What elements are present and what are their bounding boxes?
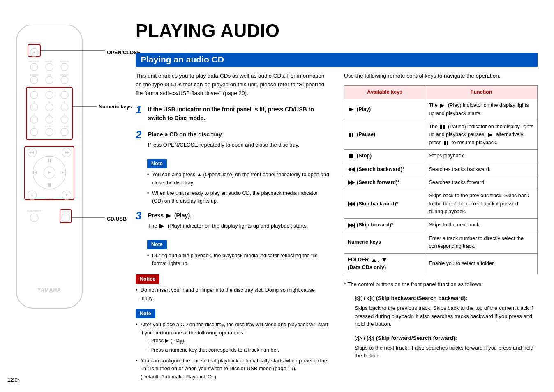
intro-text: This unit enables you to play data CDs a…	[136, 72, 329, 98]
svg-rect-0	[16, 25, 82, 308]
svg-rect-61	[48, 183, 51, 187]
svg-text:YAMAHA: YAMAHA	[37, 287, 61, 293]
svg-rect-81	[447, 141, 448, 145]
note-1-list: You can also press ▲ (Open/Close) on the…	[147, 171, 329, 205]
svg-marker-73	[349, 107, 353, 112]
page-number: 12En	[7, 376, 20, 383]
note-3-list: After you place a CD on the disc tray, t…	[136, 321, 329, 381]
svg-rect-60	[65, 171, 65, 174]
step-1-title: If the USB indicator on the front panel …	[148, 105, 329, 123]
svg-text:DISPLAY: DISPLAY	[60, 74, 69, 76]
svg-text:ENTER: ENTER	[45, 125, 54, 128]
page-title: PLAYING AUDIO	[136, 21, 538, 41]
table-row: (Skip forward)* Skips to the next track.	[344, 219, 538, 232]
footnote: * The control buttons on the front panel…	[344, 280, 538, 288]
label-cd-usb: CD/USB	[107, 216, 127, 222]
remote-diagram: OPEN/CLOSE PROGRAM REPEAT RANDOM DIMMER …	[12, 25, 136, 312]
notice-badge: Notice	[136, 274, 159, 284]
skip-forward-icon	[348, 223, 355, 228]
step-2: 2 Place a CD on the disc tray. Press OPE…	[136, 130, 329, 149]
table-row: (Pause) The (Pause) indicator on the dis…	[344, 120, 538, 150]
keys-table: Available keys Function (Play) The (Play…	[344, 85, 538, 274]
step-number-2: 2	[136, 129, 144, 140]
notice-list: Do not insert your hand or finger into t…	[136, 286, 329, 302]
search-backward-icon	[348, 167, 355, 172]
pause-icon	[439, 124, 446, 129]
table-row: (Play) The (Play) indicator on the displ…	[344, 99, 538, 120]
svg-rect-78	[443, 125, 445, 129]
step-3: 3 Press (Play). The (Play) indicator on …	[136, 211, 329, 230]
svg-rect-58	[33, 171, 34, 174]
step-3-sub: The (Play) indicator on the display ligh…	[148, 222, 329, 230]
notice-item: Do not insert your hand or finger into t…	[136, 286, 329, 302]
svg-rect-92	[354, 223, 355, 228]
svg-text:RANDOM: RANDOM	[60, 60, 69, 63]
svg-text:REPEAT: REPEAT	[45, 60, 53, 63]
svg-text:A-B: A-B	[48, 74, 51, 76]
search-backward-outline-icon	[367, 296, 374, 301]
svg-text:PURE DIRECT: PURE DIRECT	[27, 210, 41, 212]
step-number-3: 3	[136, 210, 144, 221]
table-header-keys: Available keys	[344, 85, 425, 99]
play-icon	[348, 107, 355, 112]
pause-icon	[443, 140, 450, 145]
svg-marker-93	[372, 258, 376, 262]
table-row: (Skip backward)* Skips back to the previ…	[344, 189, 538, 219]
table-row: (Search backward)* Searches tracks backw…	[344, 163, 538, 176]
skip-backward-outline-icon	[355, 296, 362, 301]
step-3-title: Press (Play).	[148, 211, 329, 220]
step-2-sub: Press OPEN/CLOSE repeatedly to open and …	[148, 141, 329, 149]
svg-marker-101	[358, 336, 362, 341]
play-icon	[165, 213, 173, 219]
svg-marker-90	[348, 223, 351, 228]
svg-marker-71	[166, 214, 171, 218]
svg-rect-77	[440, 125, 442, 129]
svg-marker-98	[367, 296, 371, 301]
note-3-item: You can configure the unit so that playb…	[136, 357, 329, 381]
step-2-title: Place a CD on the disc tray.	[148, 130, 329, 139]
note-2-list: During audio file playback, the playback…	[147, 252, 329, 268]
svg-rect-75	[349, 133, 351, 137]
svg-text:FOLDER: FOLDER	[45, 197, 54, 200]
svg-marker-83	[348, 167, 351, 172]
folder-down-icon	[381, 257, 388, 263]
remote-svg: OPEN/CLOSE PROGRAM REPEAT RANDOM DIMMER …	[12, 25, 136, 312]
note-2-item: During audio file playback, the playback…	[147, 252, 329, 268]
svg-marker-94	[382, 258, 386, 262]
svg-rect-56	[50, 159, 51, 162]
svg-marker-86	[351, 180, 355, 185]
svg-rect-82	[349, 154, 353, 158]
svg-marker-74	[440, 104, 445, 108]
svg-text:CD/USB: CD/USB	[62, 210, 70, 213]
svg-text:CLEAR: CLEAR	[60, 125, 69, 128]
left-column: This unit enables you to play data CDs a…	[136, 72, 329, 383]
note-3-item: After you place a CD on the disc tray, t…	[136, 321, 329, 355]
skip-forward-outline-icon	[367, 336, 374, 341]
right-column: Use the following remote control keys to…	[344, 72, 538, 383]
skip-backward-icon	[348, 201, 355, 207]
front-panel-item-back: / (Skip backward/Search backward): Skips…	[355, 294, 538, 328]
play-icon	[439, 103, 446, 108]
svg-marker-99	[371, 296, 374, 301]
svg-marker-72	[159, 224, 164, 228]
svg-marker-79	[488, 133, 493, 137]
table-row: (Search forward)* Searches tracks forwar…	[344, 176, 538, 189]
step-number-1: 1	[136, 104, 144, 115]
folder-up-icon	[370, 257, 378, 263]
play-icon	[487, 132, 494, 138]
table-row: FOLDER , (Data CDs only) Enable you to s…	[344, 253, 538, 274]
note-3-sub-item: Press ▶ (Play).	[145, 337, 329, 345]
svg-rect-80	[444, 141, 446, 145]
front-panel-item-forward: / (Skip forward/Search forward): Skips t…	[355, 334, 538, 360]
svg-rect-76	[352, 133, 353, 137]
right-intro: Use the following remote control keys to…	[344, 72, 538, 81]
step-1: 1 If the USB indicator on the front pane…	[136, 105, 329, 125]
svg-marker-91	[351, 223, 354, 228]
svg-marker-89	[352, 202, 355, 206]
svg-marker-84	[351, 167, 355, 172]
note-badge-2: Note	[147, 240, 167, 249]
note-badge-1: Note	[147, 159, 167, 168]
svg-rect-87	[348, 202, 349, 206]
svg-text:PROGRAM: PROGRAM	[29, 60, 39, 63]
svg-text:OPEN/CLOSE: OPEN/CLOSE	[28, 42, 41, 44]
